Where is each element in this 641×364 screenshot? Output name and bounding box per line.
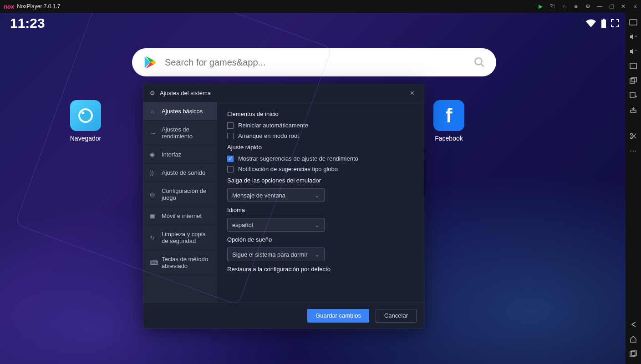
screenshot-icon[interactable] [626,59,641,73]
keyboard-icon: ⌨ [150,259,157,266]
maximize-icon[interactable]: ▢ [605,0,617,13]
sound-icon: )) [150,169,157,176]
android-statusbar: 11:23 [10,15,619,31]
dialog-header: ⚙ Ajustes del sistema ✕ [143,84,424,102]
select-sleep[interactable]: Sigue el sistema para dormir⌄ [227,248,325,261]
back-icon[interactable] [626,318,641,331]
section-language: Idioma [227,207,414,213]
install-icon[interactable] [626,103,641,116]
volume-up-icon[interactable]: + [626,30,641,44]
svg-rect-7 [630,20,637,25]
app-label: Facebook [431,135,467,142]
section-sleep: Opción de sueño [227,236,414,243]
app-facebook[interactable]: f Facebook [431,100,467,142]
desktop: 11:23 Navegador f Facebook ⚙ Ajustes del… [0,13,626,364]
right-toolbar: + − ⋯ [626,13,641,364]
save-button[interactable]: Guardar cambios [307,309,369,323]
section-restore: Restaura a la configuración por defecto [227,266,414,273]
select-exit[interactable]: Mensaje de ventana⌄ [227,188,325,202]
svg-rect-0 [603,19,605,20]
svg-point-6 [81,111,84,114]
fullscreen-icon[interactable] [611,19,619,27]
svg-point-21 [631,137,632,139]
sliders-icon: ☼ [150,108,157,115]
chevron-down-icon: ⌄ [315,251,320,258]
nav-mobile[interactable]: ▣Móvil e internet [143,207,217,225]
help-icon[interactable]: ?⃞ [546,0,558,13]
battery-icon [601,19,606,28]
recents-icon[interactable] [626,347,641,360]
app-navegador[interactable]: Navegador [67,100,104,142]
svg-rect-1 [601,20,606,28]
volume-down-icon[interactable]: − [626,45,641,58]
section-startup: Elementos de inicio [227,111,414,117]
section-quick: Ajuste rápido [227,144,414,151]
titlebar: nox NoxPlayer 7.0.1.7 ▶ ?⃞ ⌂ ≡ ⚙ — ▢ ✕ « [0,0,641,13]
svg-line-3 [481,64,484,67]
svg-rect-15 [630,92,635,98]
more-icon[interactable]: ⋯ [626,144,641,157]
wifi-icon [585,19,596,27]
collapse-icon[interactable]: « [629,0,641,13]
search-icon[interactable] [473,56,485,68]
dialog-footer: Guardar cambios Cancelar [143,303,424,328]
svg-rect-14 [632,77,636,82]
scissors-icon[interactable] [626,129,641,143]
google-play-icon [143,56,157,69]
nav-sound[interactable]: ))Ajuste de sonido [143,164,217,182]
nav-cleanup[interactable]: ↻Limpieza y copia de seguridad [143,225,217,250]
check-restart[interactable]: Reiniciar automáticamente [227,122,414,129]
backup-icon: ↻ [150,234,157,241]
close-icon[interactable]: ✕ [617,0,629,13]
settings-dialog: ⚙ Ajustes del sistema ✕ ☼Ajustes básicos… [143,84,424,329]
search-bar[interactable] [132,48,496,76]
svg-rect-18 [631,110,636,112]
select-language[interactable]: español⌄ [227,218,325,232]
keyboard-map-icon[interactable] [626,15,641,29]
home-nav-icon[interactable] [626,332,641,346]
svg-point-5 [80,110,91,121]
nav-shortcut[interactable]: ⌨Teclas de método abreviado [143,250,217,275]
settings-panel: Elementos de inicio Reiniciar automática… [217,102,424,303]
nav-game[interactable]: ◎Configuración de juego [143,182,217,207]
clock: 11:23 [10,15,45,31]
check-balloon[interactable]: Notificación de sugerencias tipo globo [227,166,414,172]
search-input[interactable] [165,57,473,68]
check-suggestions[interactable]: ✓Mostrar sugerencias de ajuste de rendim… [227,155,414,162]
menu-icon[interactable]: ≡ [570,0,582,13]
svg-text:−: − [635,48,637,53]
svg-point-2 [475,58,482,65]
add-apk-icon[interactable] [626,88,641,102]
chevron-down-icon: ⌄ [315,192,320,199]
multi-instance-icon[interactable] [626,74,641,87]
settings-icon[interactable]: ⚙ [582,0,594,13]
svg-rect-12 [630,63,636,69]
pulse-icon: ⁓ [150,130,157,136]
check-root[interactable]: Arranque en modo root [227,132,414,139]
mobile-icon: ▣ [150,212,157,219]
svg-rect-13 [630,79,635,83]
eye-icon: ◉ [150,151,157,158]
close-dialog-icon[interactable]: ✕ [407,87,417,99]
app-label: Navegador [67,135,104,142]
nav-basic[interactable]: ☼Ajustes básicos [143,102,217,121]
chevron-down-icon: ⌄ [315,222,320,228]
play-store-icon[interactable]: ▶ [534,0,546,13]
app-title: NoxPlayer 7.0.1.7 [17,3,60,10]
nav-interface[interactable]: ◉Interfaz [143,146,217,164]
gear-icon: ⚙ [150,90,155,96]
dialog-title: Ajustes del sistema [160,90,211,96]
nav-performance[interactable]: ⁓Ajustes de rendimiento [143,121,217,146]
cancel-button[interactable]: Cancelar [376,309,417,323]
nox-logo: nox [4,3,14,10]
game-icon: ◎ [150,191,157,198]
svg-text:+: + [635,34,637,39]
minimize-icon[interactable]: — [594,0,605,13]
settings-nav: ☼Ajustes básicos ⁓Ajustes de rendimiento… [143,102,217,303]
section-exit: Salga de las opciones del emulador [227,177,414,184]
svg-point-20 [631,133,632,135]
home-icon[interactable]: ⌂ [558,0,570,13]
